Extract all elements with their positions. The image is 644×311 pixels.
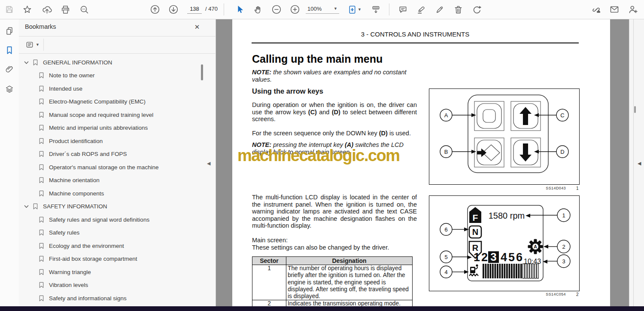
navigation-pane-strip	[0, 19, 19, 306]
bookmark-item[interactable]: Intended use	[19, 82, 212, 95]
zoom-level-value: 100%	[307, 6, 322, 12]
bookmark-item[interactable]: Safety rules and signal word definitions	[19, 213, 212, 226]
toolbar: 138 / 470 100% ▼ ▼	[0, 0, 644, 19]
bookmarks-panel-icon[interactable]	[4, 45, 15, 55]
zoom-level-dropdown[interactable]: 100% ▼	[306, 4, 339, 14]
comment-icon[interactable]	[395, 2, 410, 17]
bookmark-item[interactable]: Manual scope and required training level	[19, 108, 212, 122]
subsection-title: Using the arrow keys	[252, 87, 323, 95]
table-row: 2Indicates the transmission operating mo…	[252, 300, 413, 306]
watermark: machinecatalogic.com	[237, 146, 400, 165]
svg-text:3: 3	[562, 258, 565, 265]
bookmark-label: Machine components	[49, 190, 104, 197]
layers-icon[interactable]	[4, 84, 15, 95]
bookmark-icon	[39, 190, 45, 197]
bookmark-item[interactable]: SAFETY INFORMATION	[19, 200, 212, 213]
document-scrollbar[interactable]	[634, 106, 636, 113]
hand-tool-icon[interactable]	[250, 2, 266, 17]
note-text: NOTE: the shown values are examples and …	[252, 69, 417, 83]
page-total-label: / 470	[205, 6, 218, 12]
bookmark-item[interactable]: Warning triangle	[19, 265, 212, 279]
bookmark-item[interactable]: GENERAL INFORMATION	[19, 56, 212, 69]
bookmark-item[interactable]: Driver´s cab ROPS and FOPS	[19, 148, 212, 161]
bookmark-options-button[interactable]: ▼	[26, 40, 43, 50]
table-header-designation: Designation	[286, 257, 413, 265]
rotate-icon[interactable]	[469, 2, 484, 17]
chevron-down-icon[interactable]	[24, 60, 30, 65]
close-icon[interactable]: ✕	[192, 22, 202, 32]
previous-page-icon[interactable]	[147, 2, 163, 17]
divider	[633, 19, 634, 306]
bookmark-item[interactable]: Product identification	[19, 134, 212, 148]
highlighter-icon[interactable]	[413, 2, 429, 17]
paragraph: The multi-function LCD display is locate…	[252, 194, 417, 229]
bookmark-label: First-aid box storage compartment	[49, 256, 137, 262]
figure-code: SS14D043	[546, 186, 566, 190]
svg-text:N: N	[472, 227, 478, 237]
favorite-star-icon[interactable]	[19, 2, 35, 17]
bookmark-item[interactable]: Safety and informational signs	[19, 292, 212, 305]
collapse-tools-pane-icon[interactable]: ◀	[638, 161, 641, 166]
bookmark-item[interactable]: Operator's manual storage on the machine	[19, 161, 212, 174]
select-tool-icon[interactable]	[232, 2, 248, 17]
bookmark-icon	[39, 151, 45, 157]
divider	[19, 36, 216, 37]
search-zoom-icon[interactable]	[76, 2, 92, 17]
collapse-panel-icon[interactable]: ◀	[207, 161, 210, 166]
page-number-input[interactable]: 138	[187, 5, 202, 14]
chevron-down-icon[interactable]	[24, 204, 30, 209]
bookmark-item[interactable]: First-aid box storage compartment	[19, 253, 212, 266]
right-panel-column: ◀	[629, 19, 644, 306]
fill-sign-pen-icon[interactable]	[432, 2, 447, 17]
bookmark-item[interactable]: Machine components	[19, 187, 212, 200]
paragraph: For the screen sequence only the DOWN ke…	[252, 130, 417, 137]
email-icon[interactable]	[607, 2, 622, 17]
svg-text:C: C	[560, 112, 564, 119]
bookmark-icon	[39, 295, 45, 302]
table-header-sector: Sector	[252, 257, 286, 265]
attachments-icon[interactable]	[4, 64, 15, 74]
paragraph: Main screen: These settings can also be …	[252, 237, 417, 251]
bookmark-item[interactable]: Metric and imperial units abbreviations	[19, 122, 212, 135]
share-link-icon[interactable]	[588, 2, 604, 17]
bookmark-label: GENERAL INFORMATION	[43, 59, 112, 66]
figure-code: SS14C054	[546, 292, 566, 296]
panel-title: Bookmarks	[25, 23, 56, 30]
bookmark-label: Warning triangle	[49, 269, 91, 275]
pdf-page: 3 - CONTROLS AND INSTRUMENTS Calling up …	[232, 19, 610, 306]
bookmark-item[interactable]: Ecology and the environment	[19, 239, 212, 253]
bookmark-icon	[39, 138, 45, 144]
bookmark-icon	[33, 59, 39, 66]
bookmark-label: Ecology and the environment	[49, 243, 124, 249]
share-upload-icon[interactable]	[39, 2, 55, 17]
bookmark-item[interactable]: Safety rules	[19, 226, 212, 240]
panel-scrollbar[interactable]	[201, 64, 203, 80]
fuel-gauge-bars	[483, 264, 538, 278]
zoom-in-icon[interactable]	[287, 2, 303, 17]
bookmark-item[interactable]: Electro-Magnetic Compatibility (EMC)	[19, 95, 212, 109]
bookmark-item[interactable]: Vibration levels	[19, 279, 212, 292]
up-arrow-key-glyph	[519, 107, 532, 125]
header-rule	[252, 43, 579, 43]
scrolling-mode-icon[interactable]	[368, 2, 383, 17]
figure-lcd-display: F N R 1580 rpm 1 6	[429, 195, 580, 291]
bookmark-icon	[39, 72, 45, 79]
page-thumbnails-icon[interactable]	[4, 26, 15, 36]
main-screen-label: Main screen:	[252, 237, 288, 244]
bookmark-label: Electro-Magnetic Compatibility (EMC)	[49, 98, 146, 105]
bookmark-item[interactable]: Machine orientation	[19, 174, 212, 187]
bookmark-label: Safety and informational signs	[49, 295, 127, 302]
next-page-icon[interactable]	[166, 2, 181, 17]
screen-digits: 456	[501, 251, 524, 264]
figure-arrow-keys: A B C D	[429, 88, 580, 185]
delete-trash-icon[interactable]	[450, 2, 466, 17]
bookmark-icon	[39, 256, 45, 262]
bookmark-label: SAFETY INFORMATION	[43, 203, 107, 210]
chevron-down-icon[interactable]: ▼	[358, 7, 361, 12]
bookmark-label: Vibration levels	[49, 282, 88, 288]
save-icon[interactable]	[2, 2, 17, 17]
zoom-out-icon[interactable]	[269, 2, 284, 17]
bookmark-item[interactable]: Note to the owner	[19, 69, 212, 82]
print-icon[interactable]	[58, 2, 73, 17]
share-with-people-icon[interactable]	[625, 2, 641, 17]
